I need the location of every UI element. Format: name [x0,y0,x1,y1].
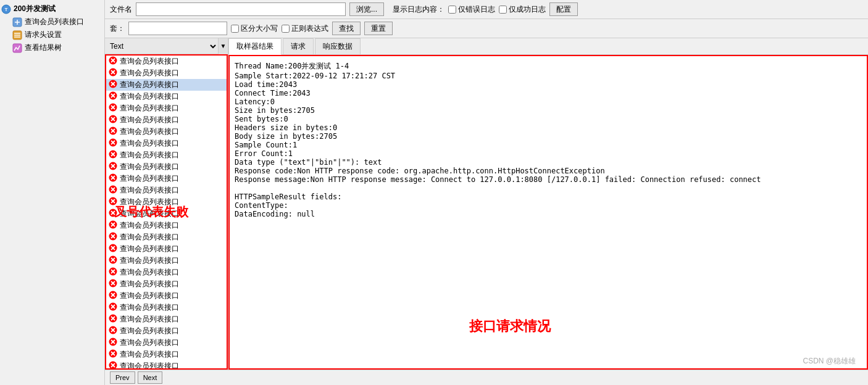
success-log-checkbox[interactable] [499,6,507,14]
results-type-dropdown[interactable]: Text XML HTML JSON [105,39,218,54]
thread-group-icon: T [1,4,11,14]
list-item-text: 查询会员列表接口 [120,80,179,90]
sidebar-item-sampler[interactable]: 查询会员列表接口 [0,15,104,28]
browse-button[interactable]: 浏览... [349,2,384,16]
error-icon [109,185,117,196]
error-icon [109,68,117,78]
list-item-text: 查询会员列表接口 [120,361,179,370]
list-item[interactable]: 查询会员列表接口 [106,243,227,255]
results-list-header: Text XML HTML JSON ▼ [105,38,228,54]
config-icon [12,30,22,40]
list-item[interactable]: 查询会员列表接口 [106,67,227,79]
error-log-checkbox-label: 仅错误日志 [448,4,495,15]
sidebar-sampler-label: 查询会员列表接口 [25,17,84,27]
list-item-text: 查询会员列表接口 [120,68,179,78]
list-item[interactable]: 查询会员列表接口 [106,138,227,149]
list-item-text: 查询会员列表接口 [120,185,179,196]
list-item[interactable]: 查询会员列表接口 [106,196,227,208]
sampler-icon [12,17,22,27]
list-item[interactable]: 查询会员列表接口 [106,56,227,67]
list-item[interactable]: 查询会员列表接口 [106,290,227,302]
list-item[interactable]: 查询会员列表接口 [106,184,227,196]
list-item[interactable]: 查询会员列表接口 [106,79,227,91]
results-list: 查询会员列表接口查询会员列表接口查询会员列表接口查询会员列表接口查询会员列表接口… [105,54,228,370]
sidebar-listener-label: 查看结果树 [25,43,62,53]
list-item[interactable]: 查询会员列表接口 [106,114,227,126]
search-bar: 套： 区分大小写 正则表达式 查找 重置 [105,19,868,38]
collapse-button[interactable]: ▼ [218,38,228,54]
regex-checkbox-label: 正则表达式 [282,23,328,34]
list-item-text: 查询会员列表接口 [120,220,179,231]
svg-text:T: T [5,7,8,12]
error-icon [109,361,117,370]
config-button[interactable]: 配置 [549,2,578,16]
list-item[interactable]: 查询会员列表接口 [106,325,227,337]
list-item[interactable]: 查询会员列表接口 [106,255,227,267]
sidebar-item-config[interactable]: 请求头设置 [0,28,104,41]
list-item-text: 查询会员列表接口 [120,279,179,289]
list-item-text: 查询会员列表接口 [120,209,179,219]
listener-icon [12,43,22,53]
list-item[interactable]: 查询会员列表接口 [106,231,227,243]
list-item-text: 查询会员列表接口 [120,56,179,67]
results-list-panel: Text XML HTML JSON ▼ 查询会员列表接口查询会员列表接口查询会… [105,38,228,370]
error-icon [109,349,117,360]
error-log-text: 仅错误日志 [458,4,495,15]
list-item-text: 查询会员列表接口 [120,314,179,325]
search-button[interactable]: 查找 [332,22,361,35]
list-item[interactable]: 查询会员列表接口 [106,313,227,325]
list-item-text: 查询会员列表接口 [120,173,179,184]
list-item[interactable]: 查询会员列表接口 [106,161,227,173]
success-log-text: 仅成功日志 [509,4,546,15]
list-item-text: 查询会员列表接口 [120,302,179,313]
list-item[interactable]: 查询会员列表接口 [106,267,227,278]
list-item[interactable]: 查询会员列表接口 [106,337,227,349]
error-icon [109,162,117,172]
error-icon [109,138,117,149]
error-icon [109,337,117,348]
list-item-text: 查询会员列表接口 [120,103,179,114]
list-item-text: 查询会员列表接口 [120,115,179,125]
list-item[interactable]: 查询会员列表接口 [106,349,227,360]
error-icon [109,232,117,242]
error-icon [109,173,117,184]
list-item[interactable]: 查询会员列表接口 [106,278,227,290]
list-item-text: 查询会员列表接口 [120,150,179,160]
list-item-text: 查询会员列表接口 [120,244,179,254]
next-button[interactable]: Next [138,371,163,384]
search-label: 套： [110,23,125,34]
list-item[interactable]: 查询会员列表接口 [106,102,227,114]
search-input[interactable] [128,22,227,35]
list-item[interactable]: 查询会员列表接口 [106,302,227,313]
list-item-text: 查询会员列表接口 [120,197,179,207]
detail-panel: 取样器结果 请求 响应数据 Thread Name:200并发测试 1-4 Sa… [228,38,868,370]
file-input[interactable] [136,2,346,16]
error-icon [109,115,117,125]
list-item[interactable]: 查询会员列表接口 [106,360,227,370]
list-item[interactable]: 查询会员列表接口 [106,173,227,184]
case-checkbox[interactable] [231,25,239,33]
list-item[interactable]: 查询会员列表接口 [106,91,227,102]
detail-content: Thread Name:200并发测试 1-4 Sample Start:202… [228,55,868,370]
reset-button[interactable]: 重置 [364,22,393,35]
prev-button[interactable]: Prev [110,371,135,384]
sidebar-item-listener[interactable]: 查看结果树 [0,41,104,54]
tab-response-data[interactable]: 响应数据 [315,38,361,54]
sidebar-config-label: 请求头设置 [25,30,62,40]
tab-sampler-result[interactable]: 取样器结果 [228,38,282,55]
list-item-text: 查询会员列表接口 [120,267,179,278]
error-log-checkbox[interactable] [448,6,456,14]
regex-checkbox[interactable] [282,25,290,33]
regex-text: 正则表达式 [291,23,328,34]
list-item-text: 查询会员列表接口 [120,91,179,102]
list-item[interactable]: 查询会员列表接口 [106,220,227,231]
error-icon [109,326,117,336]
sidebar-root-item[interactable]: T 200并发测试 [0,2,104,15]
list-item[interactable]: 查询会员列表接口 [106,149,227,161]
file-label: 文件名 [110,4,132,15]
list-item[interactable]: 查询会员列表接口 [106,126,227,138]
tab-request[interactable]: 请求 [283,38,314,54]
list-item[interactable]: 查询会员列表接口 [106,208,227,220]
error-icon [109,279,117,289]
list-item-text: 查询会员列表接口 [120,232,179,242]
